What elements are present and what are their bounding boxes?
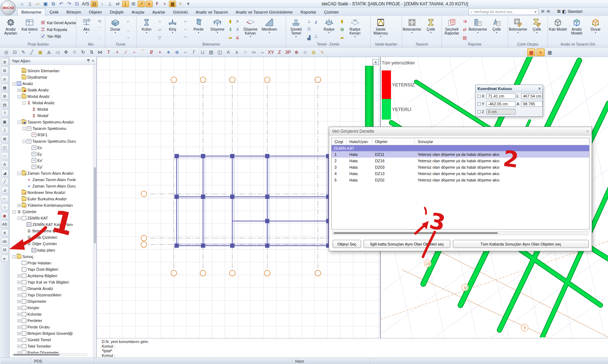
ribbon-mini-icon[interactable]: ◠ xyxy=(184,35,187,41)
ribbon-button[interactable]: Seçmeli Raporlar ▾ xyxy=(443,17,461,42)
profile-selector[interactable]: ⊠◧ Standart xyxy=(557,9,582,14)
side-tool-icon[interactable]: ⋔ xyxy=(1,229,9,236)
ribbon-mini-icon[interactable]: ▰ xyxy=(340,35,344,41)
ribbon-button[interactable]: Radye Kenarı ▾ xyxy=(346,17,364,42)
tree-horizontal-scrollbar[interactable] xyxy=(12,353,87,356)
drawing-tool-icon[interactable]: ○ xyxy=(241,48,249,56)
drawing-tool-icon[interactable]: ◍ xyxy=(310,48,318,56)
command-console[interactable]: D.N. yeni konumlarını girin. Komut : *İp… xyxy=(97,338,608,358)
quick-access-icon[interactable]: ▆ xyxy=(169,1,176,7)
side-tool-icon[interactable]: ≣ xyxy=(1,58,9,65)
quick-access-icon[interactable]: A/S xyxy=(81,1,90,7)
menu-tab[interactable]: Analiz ve Tasarım Görüntüleme xyxy=(232,9,297,16)
dropdown-caret-icon[interactable]: ▾ xyxy=(354,36,356,38)
drawing-tool-icon[interactable]: ⌐ xyxy=(181,48,190,56)
ribbon-mini-icon[interactable]: ⟲ xyxy=(97,19,101,24)
ribbon-mini-icon[interactable]: ⇊ xyxy=(236,35,239,41)
quick-access-icon[interactable]: ⊥ xyxy=(106,1,113,7)
tree-item[interactable]: Tekil Temeller xyxy=(10,343,96,349)
tree-expander[interactable] xyxy=(12,255,16,258)
command-search-input[interactable]: ⌕ Herhangi bir komut ara... ▾ xyxy=(469,9,538,15)
drawing-tool-icon[interactable]: ◫ xyxy=(216,48,224,56)
ribbon-mini-icon[interactable]: ⌒ xyxy=(97,27,102,32)
tree-item[interactable]: Betonarme Çizimleri xyxy=(10,228,96,234)
drawing-tool-icon[interactable]: ⇔ xyxy=(258,48,266,56)
drawing-tool-icon[interactable]: Γ xyxy=(190,48,198,56)
side-tool-icon[interactable]: ⧈ xyxy=(1,75,9,83)
display-tool-icon[interactable]: ▦ xyxy=(546,48,554,56)
ribbon-button[interactable]: Duvar ▾ xyxy=(586,17,605,42)
dropdown-caret-icon[interactable]: ▾ xyxy=(517,32,519,34)
ribbon-button[interactable]: Çelik ▾ xyxy=(422,17,440,42)
drawing-tool-icon[interactable]: ⊛ xyxy=(173,48,181,56)
tree-item[interactable]: Ey' xyxy=(10,164,96,170)
menu-tab[interactable]: Çelik xyxy=(46,9,63,16)
close-icon[interactable]: × xyxy=(538,86,541,91)
quick-access-icon[interactable]: ↷ xyxy=(65,1,73,7)
ribbon-button[interactable]: Betonarme ▾ xyxy=(469,17,487,42)
drawing-tool-icon[interactable]: × xyxy=(156,48,164,56)
side-tool-icon[interactable]: ⊠ xyxy=(1,135,9,142)
drawing-tool-icon[interactable]: Z xyxy=(275,48,284,56)
side-tool-icon[interactable]: ▦ xyxy=(1,84,9,91)
drawing-tool-icon[interactable]: ↻ xyxy=(79,48,87,56)
ribbon-mini-icon[interactable]: ▟ xyxy=(307,35,311,41)
dropdown-caret-icon[interactable]: ▾ xyxy=(217,32,218,34)
menu-tab[interactable]: Betonarme xyxy=(17,8,46,16)
quick-access-icon[interactable]: + xyxy=(161,1,168,7)
drawing-tool-icon[interactable]: ✜ xyxy=(62,48,70,56)
tree-item[interactable]: Kirişler xyxy=(10,305,96,311)
tree-expander[interactable] xyxy=(17,95,21,98)
tree-item[interactable]: Modal' xyxy=(10,112,96,119)
tree-item[interactable]: Yapı Kat ve Yük Bilgileri xyxy=(10,279,96,285)
drawing-tool-icon[interactable]: ✜ xyxy=(70,48,79,56)
ribbon-button[interactable]: Radye ▾ xyxy=(320,17,338,42)
drawing-tool-icon[interactable]: ~ xyxy=(130,48,138,56)
coordinate-lock-checkbox[interactable] xyxy=(477,102,481,106)
quick-access-icon[interactable]: ⧉ xyxy=(50,1,57,7)
tree-expander[interactable] xyxy=(17,172,21,175)
dropdown-caret-icon[interactable]: ▾ xyxy=(411,32,413,34)
ribbon-mini-icon[interactable]: △ xyxy=(314,33,318,38)
tree-item[interactable]: Ex' xyxy=(10,157,96,164)
quick-access-icon[interactable]: ↟ xyxy=(153,1,160,7)
quick-access-icon[interactable]: ▯ xyxy=(26,1,33,7)
side-tool-icon[interactable]: ∷ xyxy=(1,152,9,159)
tree-item[interactable]: Birleşim Bölgesi Güvenliği xyxy=(10,330,96,337)
quick-access-icon[interactable]: ϟ xyxy=(177,1,184,7)
quick-access-icon[interactable]: ↕ xyxy=(99,1,106,7)
drawing-tool-icon[interactable]: ∕ xyxy=(122,48,130,56)
dropdown-caret-icon[interactable]: ▾ xyxy=(172,32,173,34)
coordinate-lock-checkbox[interactable] xyxy=(477,95,481,98)
ribbon-button[interactable]: İskele Makrosu ▾ xyxy=(371,17,390,42)
dropdown-caret-icon[interactable]: ▾ xyxy=(380,36,381,38)
ribbon-mini-icon[interactable]: ∕ xyxy=(99,35,100,41)
layer-icon[interactable]: ≋ xyxy=(541,9,545,14)
ribbon-button[interactable]: Betonarme ▾ xyxy=(403,17,421,42)
ribbon-mini-icon[interactable]: ○ xyxy=(158,19,161,24)
side-tool-icon[interactable]: ╱ xyxy=(1,178,9,185)
table-column-header[interactable]: Hata/Uyarı xyxy=(347,138,372,145)
tree-expander[interactable] xyxy=(12,82,16,85)
ribbon-button[interactable]: Perde ▾ xyxy=(189,17,208,42)
quick-access-icon[interactable]: ↶ xyxy=(58,1,65,7)
app-logo-icon[interactable]: ideCAD xyxy=(1,0,16,15)
ribbon-mini-icon[interactable]: ▮ xyxy=(341,19,343,24)
coordinate-input[interactable]: 0 cm xyxy=(486,109,516,115)
dialog-action-button[interactable]: İlgili katta Sonuçları Aynı Olan Objeler… xyxy=(364,240,450,248)
menu-tab[interactable]: Araçlar xyxy=(128,9,148,16)
dropdown-caret-icon[interactable]: ▾ xyxy=(595,32,596,34)
tree-item[interactable]: Modal Analiz xyxy=(10,93,96,100)
side-tool-icon[interactable]: ○ xyxy=(1,204,9,211)
table-row[interactable]: 4 Hata DZ13 Yetersiz olan döşeme ya da h… xyxy=(332,170,589,177)
menu-tab[interactable]: Çizimler xyxy=(320,9,343,16)
tree-item[interactable]: ZEMİN KAT xyxy=(10,215,96,221)
tree-expander[interactable] xyxy=(17,204,21,207)
side-tool-icon[interactable]: ⌐ xyxy=(1,195,9,202)
tree-item[interactable]: Zaman Tanım Alanı Analizi xyxy=(10,170,96,176)
splitter-collapse-button[interactable]: ∧ xyxy=(372,59,379,65)
ribbon-mini-icon[interactable]: ⇄ xyxy=(463,27,466,32)
ribbon-mini-icon[interactable]: ⇕ xyxy=(228,27,232,32)
dropdown-caret-icon[interactable]: ▾ xyxy=(536,32,538,34)
ribbon-button[interactable]: Katı Model ▾ xyxy=(549,17,567,42)
